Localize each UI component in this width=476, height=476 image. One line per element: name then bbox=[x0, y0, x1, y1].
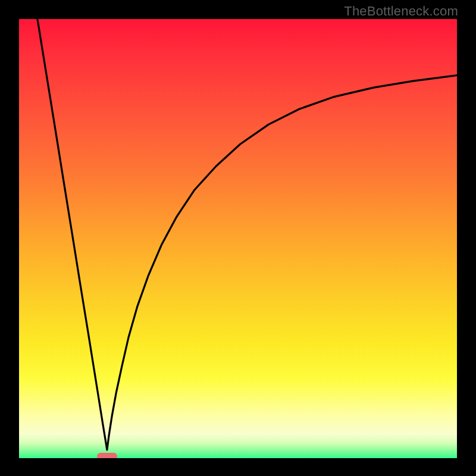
watermark-label: TheBottleneck.com bbox=[344, 4, 458, 19]
plot-area bbox=[19, 19, 457, 458]
curve-path bbox=[37, 19, 457, 450]
bottleneck-curve bbox=[19, 19, 457, 458]
chart-frame: TheBottleneck.com bbox=[0, 0, 476, 476]
optimum-marker bbox=[97, 453, 117, 458]
